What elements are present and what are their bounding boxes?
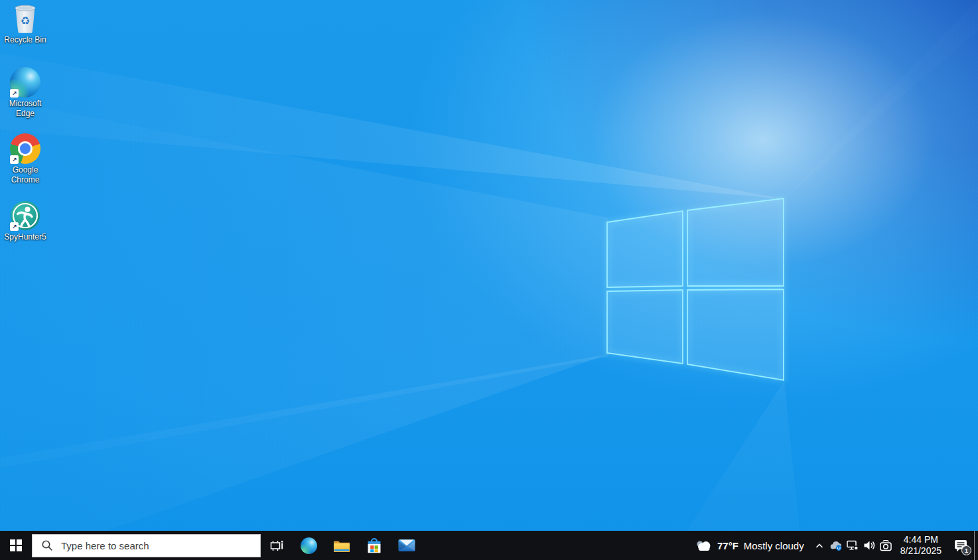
- weather-cloud-icon: [695, 539, 712, 552]
- taskbar-file-explorer-button[interactable]: [325, 531, 358, 560]
- light-beam: [0, 0, 978, 560]
- google-chrome-icon: ↗: [9, 133, 41, 165]
- system-tray: 77°F Mostly cloudy: [687, 531, 978, 560]
- clock-time: 4:44 PM: [904, 534, 938, 545]
- mail-icon: [398, 539, 415, 552]
- file-explorer-icon: [333, 539, 350, 553]
- taskbar: 77°F Mostly cloudy: [0, 531, 978, 560]
- taskbar-mail-button[interactable]: [390, 531, 423, 560]
- desktop-icon-label: Recycle Bin: [4, 36, 46, 44]
- shortcut-arrow-icon: ↗: [10, 222, 19, 231]
- taskbar-store-button[interactable]: [358, 531, 390, 560]
- task-view-button[interactable]: [261, 531, 293, 560]
- clock-date: 8/21/2025: [900, 545, 942, 557]
- search-icon: [41, 539, 53, 551]
- weather-widget[interactable]: 77°F Mostly cloudy: [687, 531, 811, 560]
- windows-logo-wallpaper: [597, 194, 786, 383]
- taskbar-search-box[interactable]: [32, 534, 261, 557]
- recycle-bin-icon: ♻: [9, 3, 41, 35]
- chevron-up-icon: [815, 543, 824, 549]
- microsoft-edge-icon: ↗: [9, 66, 41, 98]
- desktop-icon-recycle-bin[interactable]: ♻ Recycle Bin: [0, 3, 50, 44]
- desktop-icon-spyhunter5[interactable]: ↗ SpyHunter5: [0, 200, 50, 242]
- microsoft-store-icon: [366, 537, 382, 554]
- clock[interactable]: 4:44 PM 8/21/2025: [894, 531, 947, 560]
- taskbar-edge-button[interactable]: [293, 531, 325, 560]
- edge-icon: [301, 537, 317, 554]
- task-view-icon: [270, 540, 284, 551]
- onedrive-icon: [829, 541, 843, 551]
- light-beam: [0, 0, 978, 560]
- light-beam: [0, 0, 978, 560]
- tray-volume-button[interactable]: [861, 531, 878, 560]
- windows-desktop-screen: ♻ Recycle Bin ↗ Microsoft Edge ↗ Google …: [0, 0, 978, 560]
- weather-temperature: 77°F: [717, 540, 738, 551]
- action-center-button[interactable]: 1: [947, 531, 974, 560]
- desktop-icon-google-chrome[interactable]: ↗ Google Chrome: [0, 133, 50, 184]
- desktop-icon-label: Edge: [16, 109, 35, 118]
- shortcut-arrow-icon: ↗: [10, 155, 19, 164]
- start-icon: [10, 539, 22, 551]
- light-beam: [0, 0, 978, 560]
- start-button[interactable]: [0, 531, 32, 560]
- svg-text:♻: ♻: [21, 15, 31, 27]
- desktop-icon-microsoft-edge[interactable]: ↗ Microsoft Edge: [0, 66, 50, 118]
- show-desktop-button[interactable]: [974, 531, 978, 560]
- desktop-icon-label: Chrome: [11, 176, 40, 184]
- desktop-icon-label: SpyHunter5: [4, 233, 46, 242]
- desktop-wallpaper: [0, 0, 978, 560]
- spyhunter5-icon: ↗: [9, 200, 41, 232]
- desktop-icon-label: Microsoft: [9, 100, 42, 108]
- meet-now-icon: [879, 540, 892, 551]
- search-input[interactable]: [60, 534, 260, 557]
- network-icon: [847, 540, 859, 551]
- shortcut-arrow-icon: ↗: [10, 89, 19, 98]
- tray-onedrive-button[interactable]: [828, 531, 845, 560]
- desktop-icon-label: Google: [13, 166, 38, 175]
- tray-meet-now-button[interactable]: [878, 531, 894, 560]
- tray-overflow-button[interactable]: [811, 531, 828, 560]
- light-beam: [0, 0, 978, 560]
- tray-network-button[interactable]: [845, 531, 861, 560]
- volume-icon: [863, 540, 875, 551]
- weather-condition: Mostly cloudy: [744, 540, 804, 551]
- notification-badge: 1: [961, 545, 971, 555]
